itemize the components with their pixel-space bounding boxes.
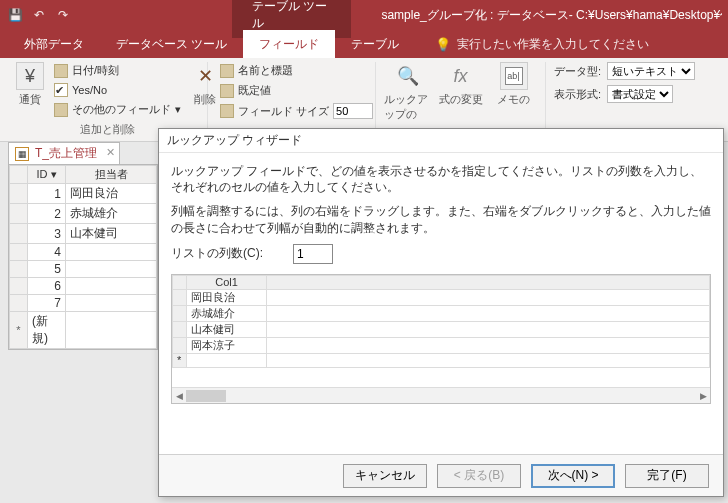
titlebar: 💾 ↶ ↷ テーブル ツール sample_グループ化 : データベース- C:… bbox=[0, 0, 728, 30]
scroll-thumb[interactable] bbox=[186, 390, 226, 402]
bulb-icon: 💡 bbox=[435, 37, 451, 52]
grid-cell[interactable]: 赤城雄介 bbox=[187, 305, 267, 321]
grid-scrollbar-h[interactable]: ◀ ▶ bbox=[172, 387, 710, 403]
calendar-icon bbox=[54, 64, 68, 78]
wizard-instruction-2: 列幅を調整するには、列の右端をドラッグします。また、右端をダブルクリックすると、… bbox=[171, 203, 711, 235]
more-fields-button[interactable]: その他のフィールド ▾ bbox=[50, 101, 185, 118]
ab-icon: ab| bbox=[505, 67, 523, 85]
dropdown-icon[interactable]: ▾ bbox=[51, 168, 57, 180]
group-add-delete: ¥ 通貨 日付/時刻 ✔Yes/No その他のフィールド ▾ ✕ 削除 追加と削… bbox=[8, 62, 208, 137]
finish-button[interactable]: 完了(F) bbox=[625, 464, 709, 488]
next-button[interactable]: 次へ(N) > bbox=[531, 464, 615, 488]
currency-button[interactable]: ¥ 通貨 bbox=[16, 62, 44, 107]
scroll-right-icon[interactable]: ▶ bbox=[696, 388, 710, 404]
col-person[interactable]: 担当者 bbox=[66, 166, 157, 184]
currency-icon: ¥ bbox=[16, 62, 44, 90]
close-icon[interactable]: ✕ bbox=[106, 146, 115, 159]
tab-table[interactable]: テーブル bbox=[335, 30, 415, 58]
default-icon bbox=[220, 84, 234, 98]
col-id[interactable]: ID ▾ bbox=[28, 166, 66, 184]
tell-me-search[interactable]: 💡 実行したい作業を入力してください bbox=[435, 30, 649, 58]
scroll-left-icon[interactable]: ◀ bbox=[172, 388, 186, 404]
wizard-instruction-1: ルックアップ フィールドで、どの値を表示させるかを指定してください。リストの列数… bbox=[171, 163, 711, 195]
window-title: sample_グループ化 : データベース- C:¥Users¥hama¥Des… bbox=[381, 7, 722, 24]
ribbon-tabs: 外部データ データベース ツール フィールド テーブル 💡 実行したい作業を入力… bbox=[0, 30, 728, 58]
lookup-icon: 🔍 bbox=[394, 62, 422, 90]
table-icon: ▦ bbox=[15, 147, 29, 161]
redo-icon[interactable]: ↷ bbox=[54, 6, 72, 24]
tab-fields[interactable]: フィールド bbox=[243, 30, 335, 58]
datasheet-tab[interactable]: ▦ T_売上管理 ✕ bbox=[8, 142, 120, 164]
back-button[interactable]: < 戻る(B) bbox=[437, 464, 521, 488]
yesno-button[interactable]: ✔Yes/No bbox=[50, 82, 185, 98]
memo-button[interactable]: ab| メモの bbox=[490, 62, 537, 107]
group-properties: 名前と標題 既定値 フィールド サイズ bbox=[208, 62, 376, 137]
datatype-label: データ型: bbox=[554, 64, 601, 79]
fx-icon: fx bbox=[447, 62, 475, 90]
wizard-grid[interactable]: Col1 岡田良治 赤城雄介 山本健司 岡本涼子 * ◀ ▶ bbox=[171, 274, 711, 404]
checkbox-icon: ✔ bbox=[54, 83, 68, 97]
name-caption-button[interactable]: 名前と標題 bbox=[216, 62, 377, 79]
size-icon bbox=[220, 104, 234, 118]
dropdown-icon: ▾ bbox=[175, 103, 181, 116]
format-combo[interactable]: 書式設定 bbox=[607, 85, 673, 103]
format-label: 表示形式: bbox=[554, 87, 601, 102]
quick-access-toolbar: 💾 ↶ ↷ bbox=[6, 6, 72, 24]
undo-icon[interactable]: ↶ bbox=[30, 6, 48, 24]
tab-database-tools[interactable]: データベース ツール bbox=[100, 30, 243, 58]
new-row-marker: * bbox=[10, 312, 28, 349]
default-value-button[interactable]: 既定値 bbox=[216, 82, 377, 99]
datatype-combo[interactable]: 短いテキスト bbox=[607, 62, 695, 80]
grid-cell[interactable]: 岡田良治 bbox=[187, 289, 267, 305]
datetime-button[interactable]: 日付/時刻 bbox=[50, 62, 185, 79]
datasheet[interactable]: ID ▾ 担当者 1岡田良治 2赤城雄介 3山本健司 4 5 6 7 *(新規) bbox=[8, 164, 158, 350]
grid-cell[interactable] bbox=[187, 353, 267, 367]
lookup-wizard-dialog: ルックアップ ウィザード ルックアップ フィールドで、どの値を表示させるかを指定… bbox=[158, 128, 724, 497]
column-count-label: リストの列数(C): bbox=[171, 245, 263, 262]
wizard-title: ルックアップ ウィザード bbox=[159, 129, 723, 153]
field-size-row: フィールド サイズ bbox=[216, 102, 377, 120]
grid-new-marker: * bbox=[173, 353, 187, 367]
group-lookup: 🔍 ルックアップの fx 式の変更 ab| メモの bbox=[376, 62, 546, 137]
grid-col-header[interactable]: Col1 bbox=[187, 275, 267, 289]
grid-cell[interactable]: 山本健司 bbox=[187, 321, 267, 337]
field-size-input[interactable] bbox=[333, 103, 373, 119]
memo-icon: ab| bbox=[500, 62, 528, 90]
column-count-input[interactable] bbox=[293, 244, 333, 264]
expression-button[interactable]: fx 式の変更 bbox=[437, 62, 484, 107]
grid-cell[interactable]: 岡本涼子 bbox=[187, 337, 267, 353]
tell-me-placeholder: 実行したい作業を入力してください bbox=[457, 36, 649, 53]
cancel-button[interactable]: キャンセル bbox=[343, 464, 427, 488]
datasheet-tab-label: T_売上管理 bbox=[35, 145, 97, 162]
save-icon[interactable]: 💾 bbox=[6, 6, 24, 24]
group-formatting: データ型: 短いテキスト 表示形式: 書式設定 bbox=[546, 62, 720, 137]
tab-external-data[interactable]: 外部データ bbox=[8, 30, 100, 58]
wizard-footer: キャンセル < 戻る(B) 次へ(N) > 完了(F) bbox=[159, 454, 723, 496]
tag-icon bbox=[220, 64, 234, 78]
more-icon bbox=[54, 103, 68, 117]
lookup-button[interactable]: 🔍 ルックアップの bbox=[384, 62, 431, 122]
